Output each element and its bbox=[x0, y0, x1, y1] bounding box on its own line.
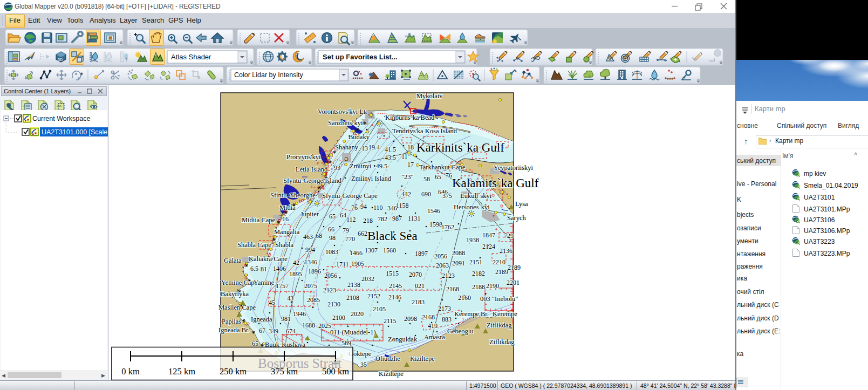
svg-text:375: 375 bbox=[442, 192, 452, 200]
svg-text:45: 45 bbox=[269, 299, 275, 306]
svg-text:Kalamits`ka Gulf: Kalamits`ka Gulf bbox=[452, 176, 539, 190]
svg-text:1711: 1711 bbox=[336, 261, 349, 268]
svg-text:Bosporus Strait: Bosporus Strait bbox=[258, 356, 341, 371]
svg-text:2138: 2138 bbox=[347, 281, 360, 289]
svg-text:1896: 1896 bbox=[308, 268, 321, 275]
svg-text:2189: 2189 bbox=[508, 264, 521, 271]
svg-text:Galata: Galata bbox=[224, 257, 242, 264]
svg-text:1546: 1546 bbox=[427, 207, 440, 215]
svg-text:2201: 2201 bbox=[507, 279, 520, 286]
svg-text:442: 442 bbox=[401, 190, 411, 198]
svg-text:Maslien Cape: Maslien Cape bbox=[218, 304, 256, 311]
svg-text:Lukull`skyi: Lukull`skyi bbox=[460, 192, 492, 200]
svg-text:2190: 2190 bbox=[486, 282, 499, 290]
svg-text:021: 021 bbox=[415, 282, 425, 290]
svg-text:93: 93 bbox=[334, 164, 340, 172]
svg-text:43: 43 bbox=[287, 295, 293, 302]
svg-text:Papiias: Papiias bbox=[222, 318, 241, 325]
svg-text:42: 42 bbox=[293, 259, 299, 266]
svg-text:0 km: 0 km bbox=[121, 366, 140, 377]
svg-text:1895: 1895 bbox=[289, 270, 302, 278]
svg-text:Midia: Midia bbox=[279, 204, 296, 211]
svg-text:67: 67 bbox=[259, 327, 265, 334]
svg-text:Zmiinyi: Zmiinyi bbox=[350, 162, 372, 170]
svg-text:UA2T3101.000 [Scale 1:: UA2T3101.000 [Scale 1: bbox=[42, 128, 112, 136]
svg-text:2188: 2188 bbox=[472, 283, 485, 291]
svg-text:81: 81 bbox=[261, 265, 267, 273]
svg-text:463: 463 bbox=[303, 233, 313, 241]
svg-text:2145: 2145 bbox=[389, 282, 402, 290]
svg-text:66: 66 bbox=[328, 225, 334, 233]
svg-text:Color Lidar by Intensity: Color Lidar by Intensity bbox=[234, 71, 304, 79]
svg-text:•49.5: •49.5 bbox=[373, 162, 387, 170]
svg-text:1938: 1938 bbox=[466, 236, 479, 244]
svg-text:79: 79 bbox=[343, 227, 349, 234]
svg-text:981: 981 bbox=[281, 315, 291, 323]
svg-text:X°: X° bbox=[609, 57, 613, 61]
svg-text:2056: 2056 bbox=[324, 272, 337, 279]
svg-text:2189: 2189 bbox=[495, 268, 508, 276]
svg-text:Karkinits`ka Gulf: Karkinits`ka Gulf bbox=[416, 141, 504, 154]
svg-text:1515: 1515 bbox=[386, 270, 399, 277]
svg-text:674: 674 bbox=[286, 327, 296, 335]
svg-text:Kerempe Br.: Kerempe Br. bbox=[454, 310, 489, 318]
svg-text:Tendrivs'ka Kosa Island: Tendrivs'ka Kosa Island bbox=[392, 127, 457, 135]
svg-text:110: 110 bbox=[373, 204, 383, 211]
svg-text:6.5: 6.5 bbox=[250, 265, 258, 272]
svg-text:Sfyntu-George Island: Sfyntu-George Island bbox=[283, 177, 341, 184]
svg-text:Mykolaiv: Mykolaiv bbox=[416, 92, 443, 100]
svg-text:Prorvyns'kyi: Prorvyns'kyi bbox=[286, 153, 321, 161]
svg-text:94: 94 bbox=[360, 203, 367, 210]
svg-text:19.4: 19.4 bbox=[368, 143, 380, 151]
svg-text:125 km: 125 km bbox=[168, 366, 195, 377]
svg-text:729: 729 bbox=[504, 232, 514, 240]
svg-text:1158: 1158 bbox=[396, 202, 409, 209]
svg-text:43.5: 43.5 bbox=[385, 154, 396, 161]
svg-text:770: 770 bbox=[345, 235, 355, 243]
svg-text:1560: 1560 bbox=[383, 247, 396, 254]
svg-text:Yevpatoriiskyi: Yevpatoriiskyi bbox=[494, 164, 534, 172]
svg-text:Black Sea: Black Sea bbox=[367, 229, 418, 243]
svg-text:Jupiter: Jupiter bbox=[300, 210, 319, 218]
svg-text:2136: 2136 bbox=[500, 247, 512, 255]
svg-text:76: 76 bbox=[351, 204, 358, 211]
svg-text:2168: 2168 bbox=[422, 313, 435, 321]
svg-text:419: 419 bbox=[428, 322, 438, 330]
svg-text:2056: 2056 bbox=[434, 252, 447, 260]
svg-text:2098: 2098 bbox=[404, 315, 417, 323]
svg-text:1131: 1131 bbox=[408, 215, 421, 222]
svg-text:2063: 2063 bbox=[436, 262, 449, 269]
svg-text:2123: 2123 bbox=[323, 286, 336, 294]
svg-text:Ziflikdag: Ziflikdag bbox=[489, 338, 515, 346]
svg-text:Sfintu-Gheorghe: Sfintu-Gheorghe bbox=[270, 191, 316, 199]
svg-text:17: 17 bbox=[407, 161, 414, 168]
svg-text:662: 662 bbox=[358, 230, 367, 237]
svg-text:1757: 1757 bbox=[276, 282, 289, 290]
svg-text:Lysa: Lysa bbox=[515, 200, 528, 208]
svg-text:1466: 1466 bbox=[350, 249, 363, 257]
svg-text:41.5: 41.5 bbox=[385, 146, 396, 153]
svg-text:Ziflikdag: Ziflikdag bbox=[487, 321, 512, 329]
svg-text:Mangalia: Mangalia bbox=[274, 228, 300, 236]
svg-text:18: 18 bbox=[407, 143, 414, 151]
svg-text:2025: 2025 bbox=[318, 322, 331, 330]
svg-text:250 km: 250 km bbox=[220, 366, 247, 377]
svg-text:Kerempe: Kerempe bbox=[493, 310, 517, 318]
svg-text:2075: 2075 bbox=[304, 282, 317, 290]
svg-text:Midiia Cape: Midiia Cape bbox=[242, 216, 276, 224]
svg-text:Atlas Shader: Atlas Shader bbox=[171, 53, 211, 61]
svg-text:112: 112 bbox=[346, 216, 356, 223]
svg-text:2070: 2070 bbox=[409, 271, 422, 278]
svg-text:2210: 2210 bbox=[493, 258, 505, 266]
svg-text:589: 589 bbox=[341, 339, 351, 347]
svg-text:Budaky: Budaky bbox=[348, 133, 370, 141]
svg-text:Igneada Br.: Igneada Br. bbox=[218, 326, 250, 334]
svg-text:1083: 1083 bbox=[325, 248, 338, 256]
svg-text:Zmiinyi Island: Zmiinyi Island bbox=[351, 175, 392, 182]
svg-text:1307: 1307 bbox=[365, 247, 378, 254]
svg-text:1946: 1946 bbox=[293, 310, 306, 318]
svg-text:13: 13 bbox=[361, 145, 368, 152]
svg-text:2182: 2182 bbox=[472, 270, 485, 277]
svg-text:1406: 1406 bbox=[273, 265, 286, 272]
svg-text:Amasra: Amasra bbox=[424, 333, 445, 341]
